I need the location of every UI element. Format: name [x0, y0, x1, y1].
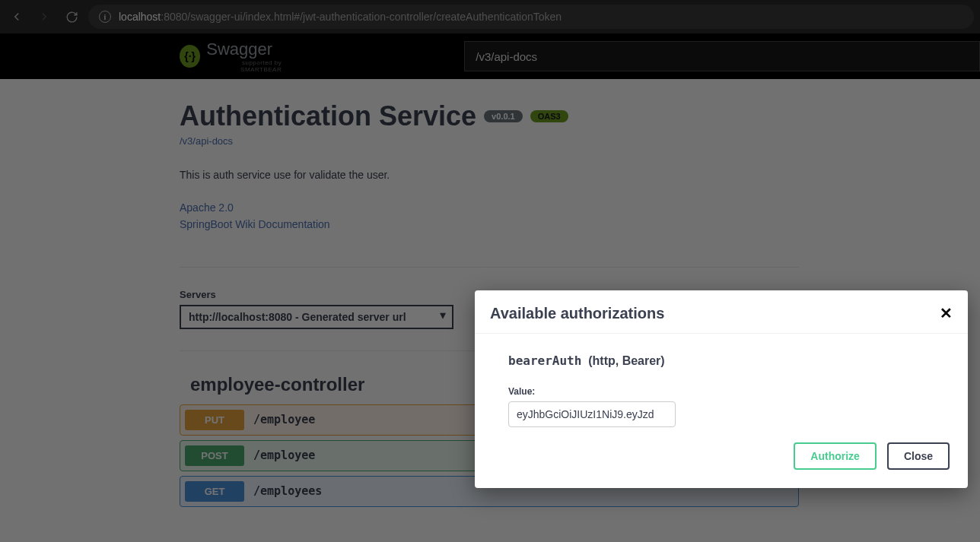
- authorization-modal: Available authorizations ✕ bearerAuth (h…: [475, 290, 968, 488]
- bearer-token-input[interactable]: [508, 401, 676, 427]
- modal-title: Available authorizations: [490, 305, 664, 322]
- authorize-button[interactable]: Authorize: [794, 442, 877, 470]
- auth-scheme-heading: bearerAuth (http, Bearer): [508, 353, 953, 368]
- close-button[interactable]: Close: [887, 442, 950, 470]
- value-label: Value:: [508, 386, 953, 397]
- close-icon[interactable]: ✕: [940, 304, 953, 322]
